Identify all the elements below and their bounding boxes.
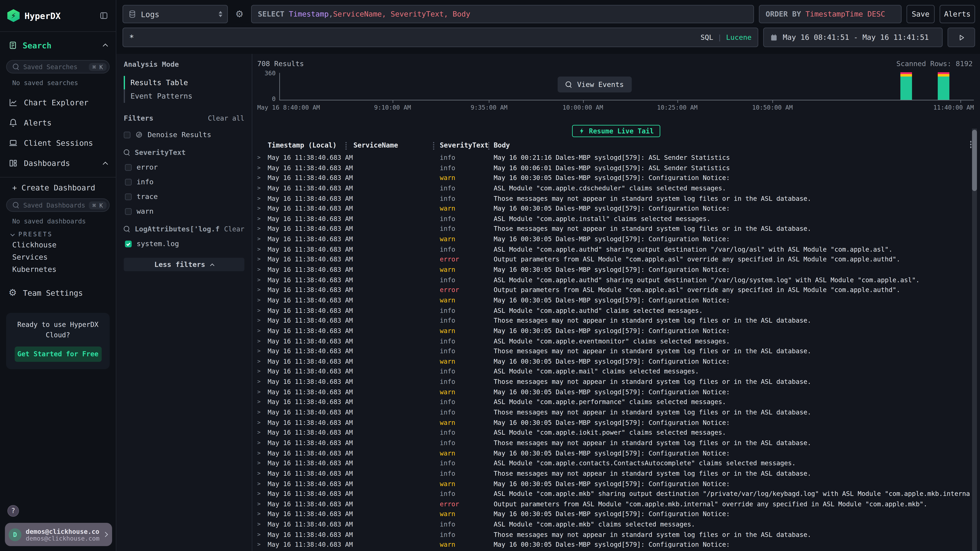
preset-kubernetes[interactable]: Kubernetes	[0, 263, 116, 275]
column-header-body[interactable]: Body	[494, 141, 510, 149]
row-expand-chevron[interactable]: >	[257, 521, 261, 527]
log-row[interactable]: > May 16 11:38:40.683 AM error Output pa…	[252, 286, 980, 296]
row-expand-chevron[interactable]: >	[257, 450, 261, 456]
log-row[interactable]: > May 16 11:38:40.683 AM info Those mess…	[252, 408, 980, 419]
column-resize-handle[interactable]	[433, 142, 434, 143]
log-row[interactable]: > May 16 11:38:40.683 AM info ASL Module…	[252, 215, 980, 225]
scrollbar-thumb[interactable]	[972, 130, 977, 191]
row-expand-chevron[interactable]: >	[257, 378, 261, 384]
saved-dashboards-input[interactable]: Saved Dashboards ⌘ K	[6, 198, 110, 212]
clear-all-button[interactable]: Clear all	[208, 114, 244, 122]
row-expand-chevron[interactable]: >	[257, 429, 261, 435]
log-row[interactable]: > May 16 11:38:40.683 AM info May 16 00:…	[252, 154, 980, 164]
row-expand-chevron[interactable]: >	[257, 348, 261, 354]
row-expand-chevron[interactable]: >	[257, 307, 261, 313]
user-menu[interactable]: D demos@clickhouse.com demos@clickhouse.…	[5, 523, 112, 546]
row-expand-chevron[interactable]: >	[257, 185, 261, 191]
log-row[interactable]: > May 16 11:38:40.683 AM info ASL Module…	[252, 398, 980, 408]
log-row[interactable]: > May 16 11:38:40.683 AM info ASL Module…	[252, 459, 980, 470]
row-expand-chevron[interactable]: >	[257, 287, 261, 293]
row-expand-chevron[interactable]: >	[257, 511, 261, 517]
row-expand-chevron[interactable]: >	[257, 500, 261, 507]
column-header-servicename[interactable]: ServiceName	[353, 141, 398, 149]
row-expand-chevron[interactable]: >	[257, 327, 261, 333]
log-row[interactable]: > May 16 11:38:40.683 AM info Those mess…	[252, 470, 980, 480]
row-expand-chevron[interactable]: >	[257, 297, 261, 303]
log-row[interactable]: > May 16 11:38:40.683 AM info ASL Module…	[252, 490, 980, 500]
log-row[interactable]: > May 16 11:38:40.683 AM warn May 16 00:…	[252, 235, 980, 245]
log-row[interactable]: > May 16 11:38:40.683 AM info Those mess…	[252, 439, 980, 449]
help-button[interactable]: ?	[7, 505, 19, 517]
row-expand-chevron[interactable]: >	[257, 175, 261, 181]
source-settings-button[interactable]: ⚙	[233, 5, 246, 23]
log-row[interactable]: > May 16 11:38:40.683 AM warn May 16 00:…	[252, 510, 980, 520]
less-filters-button[interactable]: Less filters	[124, 258, 244, 271]
row-expand-chevron[interactable]: >	[257, 460, 261, 466]
sidebar-collapse-icon[interactable]	[99, 11, 108, 20]
log-row[interactable]: > May 16 11:38:40.683 AM warn May 16 00:…	[252, 357, 980, 368]
row-expand-chevron[interactable]: >	[257, 470, 261, 476]
row-expand-chevron[interactable]: >	[257, 165, 261, 171]
log-row[interactable]: > May 16 11:38:40.683 AM error Output pa…	[252, 500, 980, 510]
filter-option-system-log[interactable]: system.log	[124, 240, 244, 248]
checkbox[interactable]	[125, 193, 132, 200]
row-expand-chevron[interactable]: >	[257, 368, 261, 374]
checkbox[interactable]	[125, 179, 132, 185]
row-expand-chevron[interactable]: >	[257, 318, 261, 324]
row-expand-chevron[interactable]: >	[257, 236, 261, 242]
filter-option-warn[interactable]: warn	[124, 207, 244, 216]
log-row[interactable]: > May 16 11:38:40.683 AM info May 16 00:…	[252, 164, 980, 174]
log-row[interactable]: > May 16 11:38:40.683 AM info ASL Module…	[252, 337, 980, 347]
log-row[interactable]: > May 16 11:38:40.683 AM warn May 16 00:…	[252, 388, 980, 398]
filter-option-info[interactable]: info	[124, 178, 244, 186]
table-scrollbar[interactable]	[972, 129, 977, 551]
mode-event-patterns[interactable]: Event Patterns	[124, 89, 244, 103]
log-row[interactable]: > May 16 11:38:40.683 AM info ASL Module…	[252, 520, 980, 530]
checkbox-checked[interactable]	[125, 240, 132, 247]
row-expand-chevron[interactable]: >	[257, 389, 261, 395]
log-row[interactable]: > May 16 11:38:40.683 AM warn May 16 00:…	[252, 174, 980, 184]
row-expand-chevron[interactable]: >	[257, 358, 261, 364]
row-expand-chevron[interactable]: >	[257, 440, 261, 446]
table-options-icon[interactable]	[970, 141, 972, 143]
row-expand-chevron[interactable]: >	[257, 205, 261, 211]
log-row[interactable]: > May 16 11:38:40.683 AM warn May 16 00:…	[252, 205, 980, 215]
view-events-button[interactable]: View Events	[558, 76, 632, 92]
saved-searches-input[interactable]: Saved Searches ⌘ K	[6, 60, 110, 73]
date-range-picker[interactable]: May 16 08:41:51 - May 16 11:41:51	[763, 27, 943, 47]
log-row[interactable]: > May 16 11:38:40.683 AM info Those mess…	[252, 347, 980, 357]
log-row[interactable]: > May 16 11:38:40.683 AM info Those mess…	[252, 317, 980, 327]
column-header-severitytext[interactable]: SeverityText	[440, 141, 488, 149]
column-resize-handle[interactable]	[345, 142, 347, 143]
resume-live-tail-button[interactable]: Resume Live Tail	[572, 125, 661, 137]
sidebar-item-client-sessions[interactable]: Client Sessions	[0, 133, 116, 153]
log-row[interactable]: > May 16 11:38:40.683 AM warn May 16 00:…	[252, 327, 980, 337]
log-row[interactable]: > May 16 11:38:40.683 AM info Those mess…	[252, 225, 980, 235]
row-expand-chevron[interactable]: >	[257, 491, 261, 497]
row-expand-chevron[interactable]: >	[257, 246, 261, 252]
row-expand-chevron[interactable]: >	[257, 541, 261, 548]
log-row[interactable]: > May 16 11:38:40.683 AM warn May 16 00:…	[252, 419, 980, 429]
mode-results-table[interactable]: Results Table	[124, 76, 244, 89]
lang-lucene-toggle[interactable]: Lucene	[726, 33, 751, 41]
log-row[interactable]: > May 16 11:38:40.683 AM warn May 16 00:…	[252, 480, 980, 490]
log-row[interactable]: > May 16 11:38:40.683 AM info Those mess…	[252, 194, 980, 205]
denoise-checkbox[interactable]	[124, 132, 130, 138]
create-dashboard-button[interactable]: + Create Dashboard	[0, 178, 116, 194]
filter-option-error[interactable]: error	[124, 163, 244, 171]
log-row[interactable]: > May 16 11:38:40.683 AM info ASL Module…	[252, 368, 980, 378]
run-query-button[interactable]	[948, 27, 975, 47]
checkbox[interactable]	[125, 164, 132, 171]
log-row[interactable]: > May 16 11:38:40.683 AM error Output pa…	[252, 256, 980, 266]
histogram-bar[interactable]	[938, 72, 950, 100]
row-expand-chevron[interactable]: >	[257, 409, 261, 415]
preset-clickhouse[interactable]: Clickhouse	[0, 239, 116, 251]
get-started-button[interactable]: Get Started for Free	[14, 346, 102, 362]
alerts-button[interactable]: Alerts	[940, 5, 975, 23]
sidebar-item-alerts[interactable]: Alerts	[0, 113, 116, 133]
checkbox[interactable]	[125, 208, 132, 215]
log-row[interactable]: > May 16 11:38:40.683 AM info Those mess…	[252, 378, 980, 388]
sidebar-item-search[interactable]: Search	[0, 32, 116, 59]
order-by-input[interactable]: ORDER BY TimestampTime DESC	[759, 5, 902, 23]
log-row[interactable]: > May 16 11:38:40.683 AM info ASL Module…	[252, 429, 980, 439]
